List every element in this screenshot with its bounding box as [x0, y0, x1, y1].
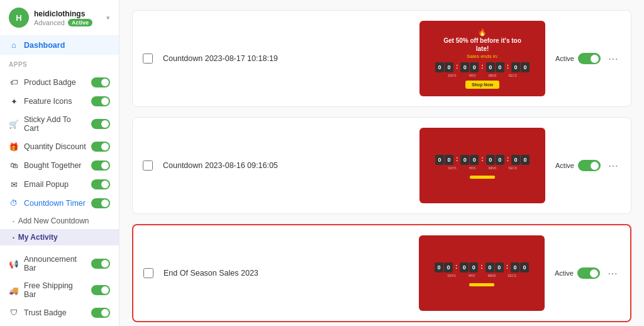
product-badge-label: Product Badge	[24, 78, 86, 87]
bought-together-label: Bought Together	[24, 161, 86, 170]
active-label-2: Active	[555, 162, 574, 169]
days-digits-2: 0 0	[435, 155, 453, 165]
card-1-actions: Active ⋯	[555, 53, 621, 65]
card-3-toggle[interactable]	[577, 267, 600, 279]
main-content: Countdown 2023-08-17 10:18:19 🔥 Get 50% …	[119, 0, 644, 326]
bag-icon: 🛍	[9, 160, 19, 171]
active-badge: Active	[68, 19, 92, 26]
apps-label: APPS	[9, 61, 110, 68]
card-3-info: End Of Season Sales 2023	[164, 269, 409, 278]
sidebar-item-quantity-discount[interactable]: 🎁 Quantity Discount	[0, 137, 119, 156]
countdown-card-3: End Of Season Sales 2023 0 0 : 0 0 : 0 0…	[132, 224, 631, 322]
star-icon: ✦	[9, 96, 19, 106]
announcement-icon: 📢	[9, 259, 19, 269]
card-3-actions: Active ⋯	[555, 267, 620, 279]
bullet-icon: •	[13, 218, 14, 224]
toggle-knob-2	[591, 162, 599, 170]
mail-icon: ✉	[9, 179, 19, 189]
feature-icons-label: Feature Icons	[24, 97, 86, 106]
card-2-preview: 0 0 : 0 0 : 0 0 : 0 0	[419, 128, 545, 203]
bought-together-toggle[interactable]	[91, 160, 110, 171]
feature-icons-toggle[interactable]	[91, 96, 110, 106]
gift-icon: 🎁	[9, 142, 19, 152]
card-3-digits: 0 0 : 0 0 : 0 0 : 0 0	[435, 262, 529, 273]
digit-labels: DAYS HRS MINS SECS	[443, 74, 522, 77]
card-1-checkbox[interactable]	[143, 53, 153, 64]
countdown-timer-toggle[interactable]	[91, 198, 110, 208]
sidebar-sub-add-new-countdown[interactable]: • Add New Countdown	[0, 213, 119, 229]
card-1-toggle[interactable]	[578, 53, 601, 64]
card-2-toggle[interactable]	[578, 160, 601, 171]
sidebar-item-trust-badge[interactable]: 🛡 Trust Badge	[0, 303, 119, 322]
card-2-actions: Active ⋯	[555, 160, 621, 172]
card-1-info: Countdown 2023-08-17 10:18:19	[163, 54, 409, 63]
sidebar-item-dashboard[interactable]: ⌂ Dashboard	[0, 36, 119, 55]
product-badge-toggle[interactable]	[91, 77, 110, 87]
card-2-status: Active	[555, 160, 601, 171]
sidebar-item-free-shipping-bar[interactable]: 🚚 Free Shipping Bar	[0, 277, 119, 303]
toggle-knob	[591, 55, 599, 63]
sidebar-item-product-badge[interactable]: 🏷 Product Badge	[0, 73, 119, 92]
card-1-preview: 🔥 Get 50% off before it's toolate! Sales…	[419, 21, 545, 96]
sidebar-item-email-popup[interactable]: ✉ Email Popup	[0, 175, 119, 194]
mins-digits-3: 0 0	[486, 262, 504, 273]
card-3-preview: 0 0 : 0 0 : 0 0 : 0 0	[419, 235, 545, 311]
sticky-add-to-cart-toggle[interactable]	[91, 119, 110, 129]
store-name: heidiclothings	[34, 9, 101, 18]
digit-labels-3: DAYS HRS MINS SECS	[443, 274, 521, 278]
chevron-down-icon: ▾	[106, 14, 110, 22]
card-2-info: Countdown 2023-08-16 09:16:05	[163, 161, 409, 170]
apps-section: APPS	[0, 55, 119, 73]
card-3-more-button[interactable]: ⋯	[605, 267, 620, 279]
avatar: H	[9, 8, 29, 28]
card-1-sales-text: Sales ends in:	[467, 53, 498, 59]
card-2-digits: 0 0 : 0 0 : 0 0 : 0 0	[435, 155, 530, 165]
secs-digits-2: 0 0	[511, 155, 530, 165]
sidebar-item-bought-together[interactable]: 🛍 Bought Together	[0, 156, 119, 175]
sidebar-item-feature-icons[interactable]: ✦ Feature Icons	[0, 92, 119, 111]
dashboard-label: Dashboard	[24, 41, 110, 50]
toggle-knob-3	[590, 269, 598, 278]
active-label-3: Active	[555, 269, 574, 277]
sidebar-item-cookie-banner[interactable]: 🍪 Cookie Banner	[0, 322, 119, 326]
sidebar-sub-my-activity[interactable]: • My Activity	[0, 229, 119, 245]
card-1-more-button[interactable]: ⋯	[606, 53, 621, 65]
sidebar: H heidiclothings Advanced Active ▾ ⌂ Das…	[0, 0, 119, 326]
card-1-status: Active	[555, 53, 601, 64]
bullet-active-icon: •	[13, 235, 14, 240]
sidebar-item-announcement-bar[interactable]: 📢 Announcement Bar	[0, 250, 119, 277]
store-header[interactable]: H heidiclothings Advanced Active ▾	[0, 0, 119, 36]
shop-now-button[interactable]: Shop Now	[465, 81, 499, 89]
card-2-more-button[interactable]: ⋯	[606, 160, 621, 172]
announcement-bar-label: Announcement Bar	[24, 255, 86, 273]
home-icon: ⌂	[9, 40, 19, 50]
fire-icon: 🔥	[478, 28, 487, 37]
quantity-discount-toggle[interactable]	[91, 142, 110, 152]
card-1-title: Countdown 2023-08-17 10:18:19	[163, 54, 409, 63]
quantity-discount-label: Quantity Discount	[24, 142, 86, 151]
shipping-icon: 🚚	[9, 285, 19, 295]
card-3-title: End Of Season Sales 2023	[164, 269, 409, 278]
sidebar-item-sticky-add-to-cart[interactable]: 🛒 Sticky Add To Cart	[0, 111, 119, 137]
sticky-add-to-cart-label: Sticky Add To Cart	[24, 115, 86, 133]
yellow-bar-2	[470, 176, 495, 179]
card-3-checkbox[interactable]	[143, 268, 153, 278]
card-2-title: Countdown 2023-08-16 09:16:05	[163, 161, 409, 170]
card-3-status: Active	[555, 267, 600, 279]
trust-badge-label: Trust Badge	[24, 308, 86, 317]
hrs-digits-3: 0 0	[460, 262, 478, 273]
mins-digits-2: 0 0	[486, 155, 504, 165]
tag-icon: 🏷	[9, 77, 19, 87]
card-1-headline: Get 50% off before it's toolate!	[443, 37, 521, 53]
sidebar-item-countdown-timer[interactable]: ⏱ Countdown Timer	[0, 194, 119, 213]
hrs-digits-2: 0 0	[460, 155, 479, 165]
countdown-card-2: Countdown 2023-08-16 09:16:05 0 0 : 0 0 …	[132, 117, 631, 214]
shield-icon: 🛡	[9, 308, 19, 318]
email-popup-toggle[interactable]	[91, 179, 110, 189]
trust-badge-toggle[interactable]	[91, 308, 110, 318]
card-2-checkbox[interactable]	[143, 160, 153, 171]
announcement-bar-toggle[interactable]	[91, 259, 110, 269]
store-info: heidiclothings Advanced Active	[34, 9, 101, 26]
clock-icon: ⏱	[9, 198, 19, 208]
free-shipping-bar-toggle[interactable]	[91, 285, 110, 295]
